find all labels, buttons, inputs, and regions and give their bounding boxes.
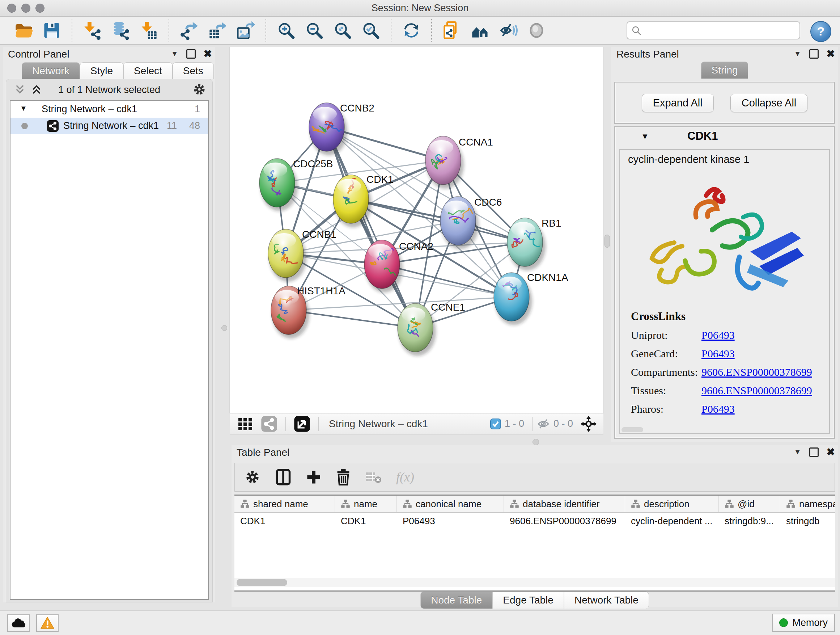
export-table-icon [208, 21, 227, 40]
network-view-canvas[interactable]: CCNB2CCNA1CDC25BCDK1CDC6RB1CCNB1CCNA2CDK… [230, 47, 603, 413]
table-cell[interactable]: cyclin-dependent ... [625, 513, 719, 529]
crosslink-row: Uniprot:P06493 [631, 329, 823, 341]
export-network-button[interactable] [175, 19, 203, 42]
crosslink-link[interactable]: 9606.ENSP00000378699 [701, 366, 812, 378]
birdseye-navigator-button[interactable] [580, 416, 597, 432]
save-icon [42, 21, 61, 40]
eye-disabled-icon [527, 21, 546, 40]
column-header[interactable]: name [335, 496, 397, 512]
gear-icon[interactable] [192, 82, 207, 97]
zoom-in-button[interactable] [272, 19, 300, 42]
selected-checkbox-icon[interactable] [490, 418, 501, 429]
import-table-button[interactable] [134, 19, 163, 42]
grid-view-button[interactable] [238, 416, 254, 432]
network-thumbnail-icon [261, 416, 278, 432]
collection-caret-icon[interactable]: ▼ [20, 104, 27, 112]
toolbar-separator [169, 19, 169, 42]
import-network-button[interactable] [78, 19, 106, 42]
panel-float-icon[interactable] [186, 49, 196, 59]
table-cell[interactable]: P06493 [397, 513, 504, 529]
entry-caret-icon[interactable]: ▼ [641, 132, 649, 141]
show-all-button[interactable] [523, 19, 551, 42]
tab-string[interactable]: String [701, 62, 748, 79]
tab-select[interactable]: Select [123, 62, 172, 79]
crosslink-label: GeneCard: [631, 348, 701, 360]
column-header[interactable]: database identifier [504, 496, 625, 512]
tab-sets[interactable]: Sets [172, 62, 214, 79]
column-header[interactable]: namespac [780, 496, 835, 512]
tab-node-table[interactable]: Node Table [420, 592, 493, 608]
column-header[interactable]: @id [719, 496, 780, 512]
crosslink-link[interactable]: 9606.ENSP00000378699 [701, 385, 812, 397]
scrollbar-thumb[interactable] [237, 579, 287, 586]
home-button[interactable] [466, 19, 494, 42]
bottom-splitter-handle[interactable] [532, 439, 539, 445]
detach-view-button[interactable] [294, 416, 310, 432]
table-panel-title: Table Panel [237, 447, 289, 458]
table-cell[interactable]: CDK1 [234, 513, 335, 529]
right-splitter-handle[interactable] [605, 234, 610, 248]
search-input[interactable] [642, 23, 799, 38]
panel-close-icon[interactable]: ✖ [827, 446, 835, 458]
tab-edge-table[interactable]: Edge Table [493, 592, 564, 608]
column-header[interactable]: description [625, 496, 719, 512]
table-cell[interactable]: stringdb [780, 513, 835, 529]
save-session-button[interactable] [38, 19, 66, 42]
zoom-fit-button[interactable] [328, 19, 357, 42]
column-header[interactable]: canonical name [397, 496, 504, 512]
crosslink-link[interactable]: P06493 [701, 403, 735, 415]
tab-network[interactable]: Network [22, 62, 80, 79]
hide-selected-button[interactable] [494, 19, 523, 42]
panel-menu-icon[interactable]: ▼ [171, 50, 178, 58]
crosslink-link[interactable]: P06493 [701, 348, 735, 360]
zoom-out-button[interactable] [300, 19, 328, 42]
table-cell[interactable]: CDK1 [335, 513, 397, 529]
tab-style[interactable]: Style [80, 62, 123, 79]
network-collection-row[interactable]: ▼ String Network – cdk1 1 [11, 101, 208, 118]
zoom-selected-button[interactable] [357, 19, 385, 42]
toolbar-separator [72, 19, 73, 42]
table-horizontal-scrollbar[interactable] [234, 578, 835, 587]
table-cell[interactable]: stringdb:9... [719, 513, 780, 529]
table-settings-button[interactable] [244, 469, 261, 486]
zoom-in-icon [277, 21, 295, 40]
application-window: Session: New Session [0, 0, 840, 635]
panel-float-icon[interactable] [809, 49, 819, 59]
tab-network-table[interactable]: Network Table [564, 592, 649, 608]
left-splitter-handle[interactable] [221, 325, 227, 331]
zoom-fit-icon [333, 21, 352, 40]
help-button[interactable]: ? [810, 21, 831, 42]
show-columns-button[interactable] [275, 469, 291, 486]
panel-menu-icon[interactable]: ▼ [794, 448, 801, 456]
delete-column-button[interactable] [336, 469, 351, 486]
cloud-status-button[interactable] [7, 614, 30, 632]
open-session-button[interactable] [9, 19, 38, 42]
hidden-eye-icon[interactable] [537, 417, 550, 431]
panel-close-icon[interactable]: ✖ [204, 48, 212, 60]
clone-network-button[interactable] [438, 19, 466, 42]
results-scrollbar-thumb[interactable] [622, 427, 643, 432]
import-network-from-database-button[interactable] [106, 19, 134, 42]
crosslink-row: Tissues:9606.ENSP00000378699 [631, 385, 823, 397]
panel-close-icon[interactable]: ✖ [827, 48, 835, 60]
export-table-button[interactable] [203, 19, 232, 42]
expand-all-button[interactable]: Expand All [642, 94, 714, 112]
network-row-selected[interactable]: String Network – cdk1 11 48 [11, 118, 208, 134]
table-cell[interactable]: 9606.ENSP00000378699 [504, 513, 625, 529]
collapse-all-button[interactable]: Collapse All [730, 94, 808, 112]
network-graph[interactable]: CCNB2CCNA1CDC25BCDK1CDC6RB1CCNB1CCNA2CDK… [230, 47, 603, 413]
table-row[interactable]: CDK1CDK1P064939606.ENSP00000378699cyclin… [234, 513, 835, 529]
memory-button[interactable]: Memory [772, 614, 835, 632]
hidden-node-edge-counts: 0 - 0 [554, 418, 573, 429]
panel-menu-icon[interactable]: ▼ [794, 50, 801, 58]
network-thumbnail-button[interactable] [261, 416, 278, 432]
panel-float-icon[interactable] [809, 448, 819, 457]
export-image-button[interactable] [232, 19, 260, 42]
add-column-button[interactable] [306, 469, 322, 485]
crosslink-link[interactable]: P06493 [701, 329, 735, 341]
column-header[interactable]: shared name [234, 496, 335, 512]
node-entry-header[interactable]: ▼ CDK1 [615, 127, 834, 148]
warnings-button[interactable] [36, 614, 58, 632]
refresh-button[interactable] [397, 19, 425, 42]
columns-icon [275, 469, 291, 486]
